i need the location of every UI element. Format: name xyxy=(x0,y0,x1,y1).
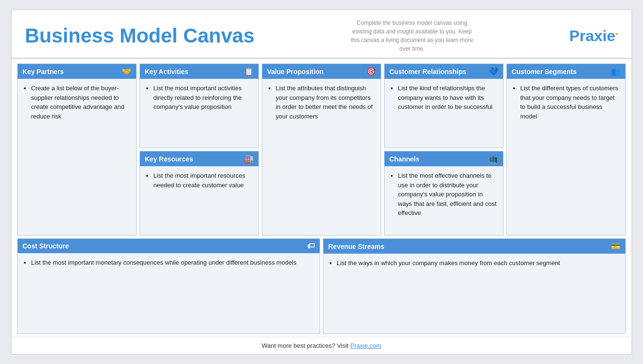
value-proposition-col: Value Proposition 🎯 List the attributes … xyxy=(262,64,381,236)
key-activities-title: Key Activities xyxy=(145,68,188,75)
cost-structure-icon: 🏷 xyxy=(307,242,315,250)
customer-segments-header: Customer Segments 👥 xyxy=(507,64,625,79)
revenue-streams-icon: 💳 xyxy=(611,242,621,251)
value-proposition-header: Value Proposition 🎯 xyxy=(262,64,381,79)
channels-body: List the most effective channels to use … xyxy=(385,166,503,235)
key-partners-col: Key Partners 🤝 Create a list below of th… xyxy=(17,64,137,236)
header-logo: Praxie● xyxy=(569,27,618,45)
value-proposition-title: Value Proposition xyxy=(267,68,323,75)
customer-segments-body: List the different types of customers th… xyxy=(507,79,625,235)
key-partners-body: Create a list below of the buyer-supplie… xyxy=(18,79,136,235)
value-proposition-item: List the attributes that distinguish you… xyxy=(276,84,375,121)
footer-link[interactable]: Praxie.com xyxy=(350,342,381,349)
cost-structure-item: List the most important monetary consequ… xyxy=(31,258,314,268)
key-activities-item: List the most important activities direc… xyxy=(153,84,253,112)
value-proposition-icon: 🎯 xyxy=(366,67,376,76)
customer-relationships-cell: Customer Relationships 💙 List the kind o… xyxy=(384,64,504,148)
cust-rel-channels-col: Customer Relationships 💙 List the kind o… xyxy=(384,64,504,236)
channels-item: List the most effective channels to use … xyxy=(398,171,497,218)
key-partners-title: Key Partners xyxy=(22,68,64,75)
customer-relationships-item: List the kind of relationships the compa… xyxy=(398,84,497,112)
customer-relationships-title: Customer Relationships xyxy=(389,68,466,75)
key-resources-header: Key Resources 🏭 xyxy=(140,151,258,166)
customer-relationships-body: List the kind of relationships the compa… xyxy=(385,79,503,148)
customer-segments-icon: 👥 xyxy=(611,67,621,76)
key-resources-body: List the most important resources needed… xyxy=(140,166,258,235)
key-resources-cell: Key Resources 🏭 List the most important … xyxy=(139,151,259,236)
header-title: Business Model Canvas xyxy=(25,24,255,47)
channels-title: Channels xyxy=(389,155,419,163)
channels-cell: Channels 📺 List the most effective chann… xyxy=(384,151,504,236)
logo-dot: ● xyxy=(615,31,618,36)
key-activities-header: Key Activities 📋 xyxy=(140,64,258,79)
key-activities-cell: Key Activities 📋 List the most important… xyxy=(139,64,259,148)
footer: Want more best practices? Visit Praxie.c… xyxy=(11,337,632,354)
canvas-wrapper: Business Model Canvas Complete the busin… xyxy=(11,10,632,354)
customer-segments-title: Customer Segments xyxy=(512,68,577,75)
revenue-streams-cell: Revenue Streams 💳 List the ways in which… xyxy=(323,238,626,334)
cost-structure-body: List the most important monetary consequ… xyxy=(18,253,320,333)
cost-structure-title: Cost Structure xyxy=(22,242,69,250)
customer-segments-item: List the different types of customers th… xyxy=(520,84,620,121)
cost-structure-header: Cost Structure 🏷 xyxy=(18,239,320,253)
key-resources-title: Key Resources xyxy=(145,155,193,163)
cost-structure-cell: Cost Structure 🏷 List the most important… xyxy=(17,238,320,334)
key-partners-header: Key Partners 🤝 xyxy=(18,64,136,79)
top-section: Key Partners 🤝 Create a list below of th… xyxy=(17,64,626,236)
customer-segments-cell: Customer Segments 👥 List the different t… xyxy=(506,64,626,236)
footer-text: Want more best practices? Visit xyxy=(262,342,351,349)
customer-relationships-icon: 💙 xyxy=(489,67,498,76)
revenue-streams-item: List the ways in which your company make… xyxy=(337,258,620,268)
main-grid: Key Partners 🤝 Create a list below of th… xyxy=(11,59,632,334)
key-activities-resources-col: Key Activities 📋 List the most important… xyxy=(139,64,259,236)
logo-text: Praxie xyxy=(569,27,615,44)
key-resources-item: List the most important resources needed… xyxy=(153,171,253,190)
key-partners-icon: 🤝 xyxy=(122,67,131,76)
value-proposition-body: List the attributes that distinguish you… xyxy=(262,79,381,235)
key-resources-icon: 🏭 xyxy=(244,154,254,163)
header-description: Complete the business model canvas using… xyxy=(350,19,474,53)
key-activities-icon: 📋 xyxy=(244,67,254,76)
revenue-streams-body: List the ways in which your company make… xyxy=(323,254,625,333)
revenue-streams-title: Revenue Streams xyxy=(328,243,385,250)
header: Business Model Canvas Complete the busin… xyxy=(11,10,632,59)
key-partners-item: Create a list below of the buyer-supplie… xyxy=(31,84,130,121)
bottom-section: Cost Structure 🏷 List the most important… xyxy=(17,238,626,334)
key-partners-cell: Key Partners 🤝 Create a list below of th… xyxy=(17,64,137,236)
key-activities-body: List the most important activities direc… xyxy=(140,79,258,148)
customer-relationships-header: Customer Relationships 💙 xyxy=(385,64,503,79)
channels-header: Channels 📺 xyxy=(385,151,503,166)
channels-icon: 📺 xyxy=(489,154,498,163)
value-proposition-cell: Value Proposition 🎯 List the attributes … xyxy=(262,64,381,236)
revenue-streams-header: Revenue Streams 💳 xyxy=(323,239,625,254)
customer-segments-col: Customer Segments 👥 List the different t… xyxy=(506,64,626,236)
